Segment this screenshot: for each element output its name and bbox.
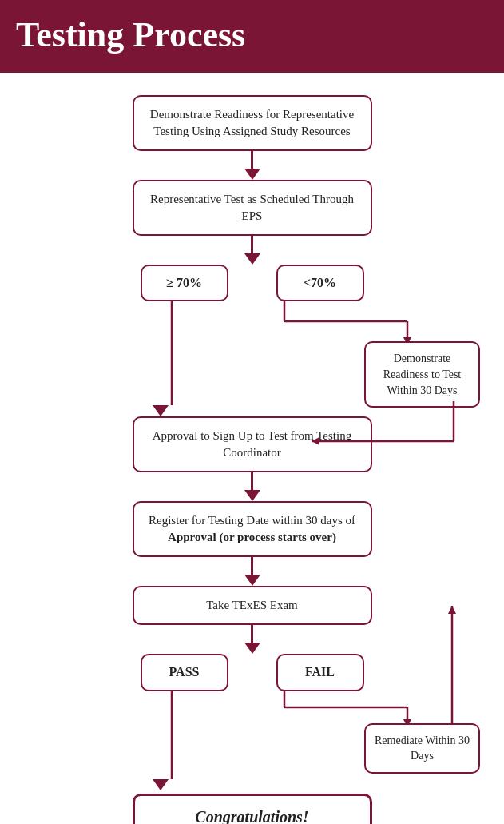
side-box: Demonstrate Readiness to Test Within 30 … <box>364 341 480 408</box>
remediate-box: Remediate Within 30 Days <box>364 723 480 774</box>
branch-fail-box: <70% <box>276 265 364 301</box>
svg-marker-9 <box>448 606 456 614</box>
congrats-box: Congratulations! <box>133 794 372 824</box>
step4-prefix: Register for Testing Date within 30 days… <box>149 514 355 527</box>
congrats-text: Congratulations! <box>195 808 308 824</box>
page-title: Testing Process <box>16 14 488 55</box>
result-fail-label: FAIL <box>305 665 335 679</box>
step5-box: Take TExES Exam <box>133 586 372 625</box>
arrow3 <box>153 405 169 416</box>
remediate-text: Remediate Within 30 Days <box>375 734 470 762</box>
step3-text: Approval to Sign Up to Test from Testing… <box>153 429 351 459</box>
header: Testing Process <box>0 0 504 73</box>
branch-fail-label: <70% <box>304 276 336 289</box>
arrow6 <box>244 625 260 654</box>
side-box-text: Demonstrate Readiness to Test Within 30 … <box>383 352 462 396</box>
step4-box: Register for Testing Date within 30 days… <box>133 501 372 557</box>
step5-text: Take TExES Exam <box>206 599 297 611</box>
result-pass-box: PASS <box>141 654 228 691</box>
result-pass-label: PASS <box>169 665 200 679</box>
step1-box: Demonstrate Readiness for Representative… <box>133 95 372 151</box>
arrow7 <box>153 779 169 790</box>
step2-box: Representative Test as Scheduled Through… <box>133 180 372 236</box>
arrow4 <box>244 472 260 501</box>
step2-text: Representative Test as Scheduled Through… <box>150 193 354 222</box>
branch-pass-label: ≥ 70% <box>166 276 202 289</box>
arrow5 <box>244 557 260 586</box>
branch-pass-box: ≥ 70% <box>141 265 228 301</box>
step3-box: Approval to Sign Up to Test from Testing… <box>133 416 372 472</box>
step1-text: Demonstrate Readiness for Representative… <box>150 108 354 137</box>
step4-bold: Approval (or process starts over) <box>168 531 336 543</box>
arrow1 <box>244 151 260 180</box>
arrow2 <box>244 236 260 265</box>
result-fail-box: FAIL <box>276 654 364 691</box>
